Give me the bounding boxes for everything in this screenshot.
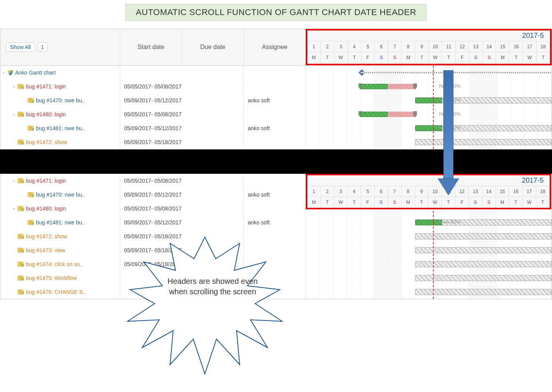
gantt-day-cell [333, 135, 347, 149]
tree-cell: bug #1470: nwe bu.. [0, 93, 120, 107]
project-link[interactable]: Anko Gantt chart [15, 70, 56, 76]
expand-toggle[interactable]: - [13, 83, 17, 89]
gantt-bar[interactable] [415, 247, 552, 253]
expand-toggle[interactable]: - [13, 205, 17, 211]
issue-link[interactable]: bug #1474: click on su.. [26, 261, 83, 267]
day-number: 13 [469, 41, 483, 52]
gantt-day-cell [374, 257, 388, 271]
day-of-week: T [321, 52, 334, 63]
day-number: 5 [361, 186, 375, 197]
day-of-week: S [483, 52, 496, 63]
project-row: -Anko Gantt chart [0, 66, 552, 80]
gantt-day-cell [347, 285, 360, 299]
tree-cell: -bug #1471: login [0, 174, 120, 187]
dates-cell: 05/05/2017- 05/08/2017 [120, 107, 244, 121]
issue-link[interactable]: bug #1472: show [26, 233, 67, 239]
gantt-day-cell [360, 243, 374, 257]
gantt-day-cell [401, 93, 415, 107]
gantt-day-cell [388, 243, 401, 257]
gantt-day-cell [319, 243, 333, 257]
gantt-cell-area: New 40% [306, 107, 552, 121]
dates-cell [120, 66, 244, 79]
expand-toggle[interactable]: - [13, 111, 17, 117]
issue-link[interactable]: bug #1470: nwe bu.. [36, 97, 85, 104]
expand-toggle[interactable]: - [13, 178, 17, 183]
day-number: 1 [307, 41, 321, 52]
day-number: 2 [321, 41, 334, 52]
gantt-day-cell [347, 257, 360, 271]
gantt-bar[interactable] [415, 233, 552, 239]
issue-link[interactable]: bug #1481: nwe bu.. [36, 219, 85, 226]
gantt-day-cell [401, 257, 415, 271]
dates-cell: 05/09/2017- 05/12/2017 [120, 188, 244, 201]
gantt-day-cell [333, 257, 347, 271]
gantt-day-cell [360, 121, 374, 135]
gantt-bar[interactable] [415, 275, 552, 281]
issue-link[interactable]: bug #1480: login [26, 205, 66, 212]
gantt-bar[interactable] [415, 139, 552, 145]
separator [0, 149, 552, 174]
day-number: 17 [523, 41, 537, 52]
issue-icon [27, 97, 34, 104]
show-all-button[interactable]: Show All [6, 42, 35, 52]
gantt-bar-remaining [388, 84, 415, 89]
issue-link[interactable]: bug #1473: view [26, 247, 65, 253]
gantt-day-cell [401, 121, 415, 135]
gantt-day-cell [306, 243, 319, 257]
gantt-day-cell [319, 229, 333, 243]
day-number: 3 [334, 186, 348, 197]
gantt-bar[interactable] [415, 261, 552, 267]
day-of-week: F [455, 197, 469, 208]
page-title-banner: AUTOMATIC SCROLL FUNCTION OF GANTT CHART… [125, 4, 427, 21]
gantt-bar-progress [360, 84, 388, 89]
day-number: 3 [334, 41, 348, 52]
gantt-day-cell [306, 121, 319, 135]
day-of-week: S [388, 197, 402, 208]
gantt-bar-progress [415, 126, 443, 131]
issue-link[interactable]: bug #1472: show [26, 139, 67, 145]
day-number: 16 [509, 186, 523, 197]
gantt-day-cell [388, 216, 401, 229]
gantt-cell-area [306, 229, 552, 243]
tree-cell: bug #1481: nwe bu.. [0, 216, 120, 229]
issue-link[interactable]: bug #1481: nwe bu.. [36, 125, 85, 131]
issue-link[interactable]: bug #1476: CHANGE S.. [26, 289, 86, 295]
filter-badge[interactable]: 1 [37, 42, 48, 52]
issue-link[interactable]: bug #1475: Workflow [26, 275, 77, 281]
day-of-week: T [321, 197, 334, 208]
day-number: 2 [321, 186, 334, 197]
gantt-day-cell [333, 121, 347, 135]
issue-link[interactable]: bug #1471: login [26, 178, 66, 184]
issue-link[interactable]: bug #1470: nwe bu.. [36, 192, 85, 198]
gantt-day-cell [360, 285, 374, 299]
gantt-cell-area: New 40% [306, 216, 552, 229]
gantt-bar-progress [415, 98, 443, 103]
issue-link[interactable]: bug #1471: login [26, 83, 66, 90]
tree-cell: -bug #1480: login [0, 202, 120, 215]
gantt-day-cell [319, 285, 333, 299]
gantt-bar[interactable] [415, 289, 552, 295]
gantt-row: bug #1481: nwe bu..05/09/2017- 05/12/201… [0, 121, 552, 135]
dates-cell: 05/09/2017- 05/18/2017 [120, 135, 244, 149]
gantt-day-cell [319, 107, 333, 121]
gantt-day-cell [347, 216, 360, 229]
gantt-day-cell [401, 271, 415, 285]
today-line [433, 211, 434, 299]
gantt-day-cell [374, 271, 388, 285]
gantt-day-cell [333, 93, 347, 107]
day-of-week: M [496, 197, 509, 208]
assignee-cell [244, 66, 306, 79]
tree-cell: -bug #1471: login [0, 80, 120, 93]
gantt-day-cell [524, 107, 538, 121]
day-number: 12 [456, 41, 469, 52]
issue-icon [17, 233, 24, 240]
gantt-day-cell [333, 271, 347, 285]
gantt-day-cell [306, 93, 319, 107]
gantt-day-cell [333, 243, 347, 257]
tree-cell: bug #1475: Workflow [0, 271, 120, 285]
gantt-day-cell [360, 257, 374, 271]
issue-link[interactable]: bug #1480: login [26, 111, 66, 117]
gantt-cell-area: New 40% [306, 93, 552, 107]
gantt-cell-area [306, 257, 552, 271]
expand-toggle[interactable]: - [3, 70, 7, 75]
